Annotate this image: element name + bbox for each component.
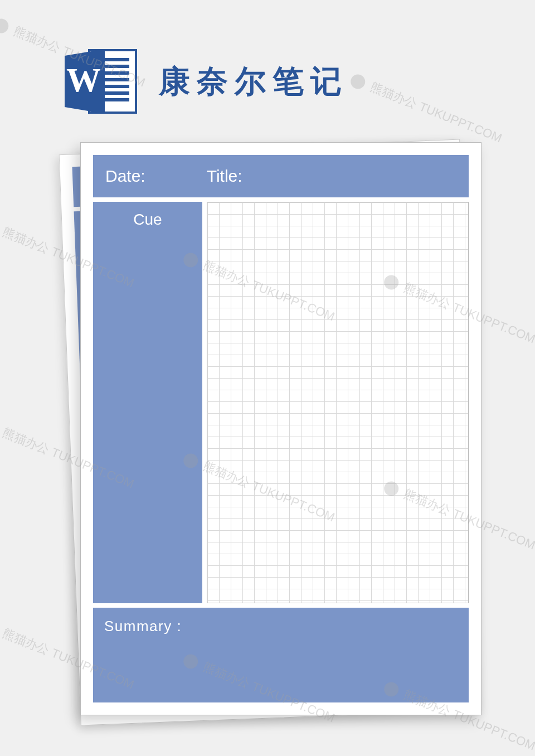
panda-logo-icon — [0, 17, 11, 36]
watermark: 熊猫办公 TUKUPPT.COM — [348, 71, 504, 147]
svg-text:W: W — [66, 61, 101, 99]
page-title: 康奈尔笔记 — [159, 61, 348, 103]
summary-block: Summary : — [93, 608, 469, 702]
word-icon: W — [61, 47, 139, 117]
summary-label: Summary : — [104, 618, 469, 635]
panda-logo-icon — [348, 72, 367, 91]
cue-label: Cue — [93, 211, 202, 229]
page-header: W 康奈尔笔记 — [61, 47, 348, 117]
notes-grid-area — [207, 202, 469, 603]
note-header: Date: Title: — [93, 155, 469, 197]
title-label: Title: — [207, 167, 242, 186]
template-front-page: Date: Title: Cue Summary : — [80, 142, 481, 715]
date-label: Date: — [105, 167, 145, 186]
cue-column: Cue — [93, 202, 202, 603]
